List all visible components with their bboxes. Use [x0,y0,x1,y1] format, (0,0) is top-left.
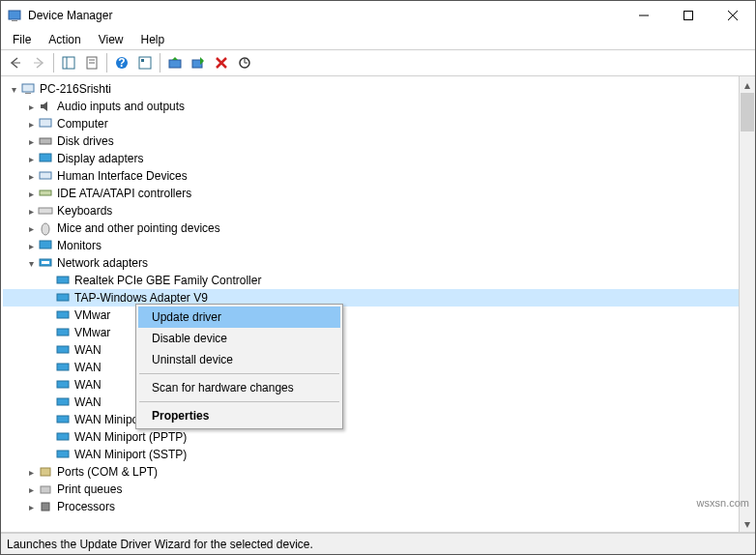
network-adapter-icon [55,394,71,410]
menu-help[interactable]: Help [133,31,173,48]
svg-rect-13 [139,57,151,69]
category-row[interactable]: ▸ Ports (COM & LPT) [3,463,755,481]
svg-rect-21 [40,138,51,144]
device-row[interactable]: WAN [3,394,755,411]
category-row[interactable]: ▸ Mice and other pointing devices [3,219,755,237]
device-row-selected[interactable]: TAP-Windows Adapter V9 [3,289,755,307]
category-row[interactable]: ▸ Disk drives [3,132,755,150]
disable-device-button[interactable] [188,52,209,73]
nav-back-button[interactable] [5,52,26,73]
category-row[interactable]: ▸ Computer [3,115,755,132]
category-row-network[interactable]: ▾ Network adapters [3,254,755,272]
chevron-right-icon[interactable]: ▸ [24,239,38,252]
device-row[interactable]: WAN Miniport (SSTP) [3,446,755,463]
keyboard-icon [38,203,53,219]
device-row[interactable]: WAN Miniport (PPTP) [3,428,755,446]
chevron-right-icon[interactable]: ▸ [24,187,38,200]
device-row[interactable]: Realtek PCIe GBE Family Controller [3,272,755,289]
minimize-button[interactable] [622,1,666,30]
device-label: WAN [73,343,103,357]
chevron-down-icon[interactable]: ▾ [7,82,20,96]
category-row[interactable]: ▸ IDE ATA/ATAPI controllers [3,185,755,202]
category-row[interactable]: ▸ Monitors [3,237,755,254]
context-update-driver[interactable]: Update driver [138,307,340,328]
device-row[interactable]: WAN [3,376,755,394]
chevron-right-icon[interactable]: ▸ [24,204,38,218]
menu-view[interactable]: View [91,31,131,48]
svg-rect-37 [57,398,69,405]
chevron-right-icon[interactable]: ▸ [24,117,38,131]
device-label: Realtek PCIe GBE Family Controller [73,274,263,287]
chevron-right-icon[interactable]: ▸ [24,482,38,496]
device-row[interactable]: VMwar [3,324,755,341]
update-driver-button[interactable] [164,52,186,73]
device-row[interactable]: VMwar [3,307,755,324]
properties-button[interactable] [81,52,102,73]
category-row[interactable]: ▸ Print queues [3,481,755,498]
network-adapter-icon [55,360,71,375]
svg-rect-23 [40,172,51,179]
svg-rect-34 [57,346,69,353]
category-label: Disk drives [55,134,116,148]
category-row[interactable]: ▸ Audio inputs and outputs [3,98,755,115]
context-uninstall-device[interactable]: Uninstall device [138,349,340,370]
window-title: Device Manager [28,9,622,22]
svg-rect-38 [57,416,69,423]
category-row[interactable]: ▸ Processors [3,498,755,515]
svg-rect-31 [57,294,69,301]
toolbar-separator [160,53,160,73]
nav-forward-button[interactable] [28,52,49,73]
vertical-scrollbar[interactable]: ▴ ▾ [739,76,755,532]
watermark: wsxsn.com [697,497,749,509]
scroll-thumb[interactable] [741,93,754,131]
context-properties[interactable]: Properties [138,405,340,426]
scroll-up-icon[interactable]: ▴ [740,76,755,93]
svg-rect-41 [41,468,50,476]
svg-rect-15 [169,60,181,68]
context-disable-device[interactable]: Disable device [138,328,340,349]
chevron-down-icon[interactable]: ▾ [24,256,38,270]
device-label: WAN [73,361,103,374]
chevron-right-icon[interactable]: ▸ [24,169,38,183]
chevron-right-icon[interactable]: ▸ [24,152,38,165]
scroll-down-icon[interactable]: ▾ [740,515,755,532]
svg-rect-33 [57,329,69,336]
svg-rect-3 [684,12,693,20]
action-button[interactable] [134,52,156,73]
chevron-right-icon[interactable]: ▸ [24,221,38,235]
maximize-button[interactable] [666,1,711,30]
uninstall-device-button[interactable] [211,52,232,73]
svg-rect-1 [12,20,17,21]
chevron-right-icon[interactable]: ▸ [24,134,38,148]
device-tree-container: ▾ PC-216Srishti ▸ Audio inputs and outpu… [1,76,755,533]
category-row[interactable]: ▸ Display adapters [3,150,755,167]
category-row[interactable]: ▸ Keyboards [3,202,755,219]
context-scan-hardware[interactable]: Scan for hardware changes [138,377,340,398]
svg-rect-43 [42,503,49,511]
category-row[interactable]: ▸ Human Interface Devices [3,167,755,185]
device-row[interactable]: WAN [3,341,755,359]
chevron-right-icon[interactable]: ▸ [24,500,38,513]
svg-rect-24 [40,190,51,195]
chevron-right-icon[interactable]: ▸ [24,465,38,479]
close-button[interactable] [711,1,755,30]
svg-rect-22 [40,154,51,161]
network-adapter-icon [55,342,71,358]
device-row[interactable]: WAN [3,359,755,376]
scan-hardware-button[interactable] [234,52,255,73]
device-manager-window: Device Manager File Action View Help ? [0,0,756,555]
menu-action[interactable]: Action [41,31,88,48]
device-tree[interactable]: ▾ PC-216Srishti ▸ Audio inputs and outpu… [1,76,755,515]
chevron-right-icon[interactable]: ▸ [24,100,38,113]
menu-file[interactable]: File [5,31,39,48]
svg-rect-19 [25,93,31,94]
audio-icon [38,99,53,114]
processor-icon [38,499,53,514]
svg-point-26 [42,223,49,235]
show-hide-tree-button[interactable] [58,52,79,73]
status-text: Launches the Update Driver Wizard for th… [7,538,313,551]
device-row[interactable]: WAN Miniport (PPPOE) [3,411,755,428]
help-button[interactable]: ? [111,52,132,73]
tree-root-row[interactable]: ▾ PC-216Srishti [3,80,755,98]
device-label: WAN [73,378,103,392]
